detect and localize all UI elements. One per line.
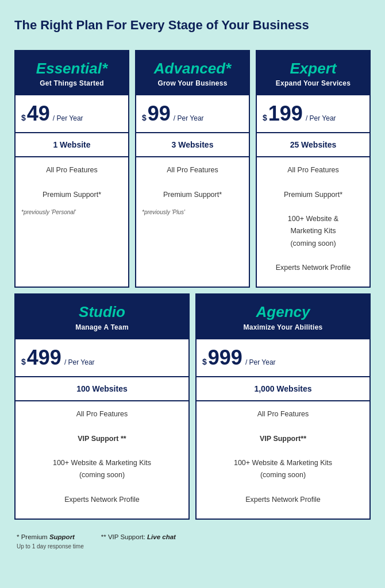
- feature-expert-5: 100+ Website &Marketing Kits(coming soon…: [263, 213, 364, 250]
- feature-studio-7: Experts Network Profile: [21, 494, 183, 506]
- price-amount-expert: 199: [268, 103, 303, 124]
- plan-features-essential: All Pro Features Premium Support*: [16, 157, 128, 207]
- plan-features-expert: All Pro Features Premium Support* 100+ W…: [257, 157, 369, 280]
- plan-subtitle-advanced: Grow Your Business: [142, 79, 243, 87]
- price-dollar-advanced: $: [142, 114, 147, 122]
- plan-websites-advanced: 3 Websites: [136, 133, 249, 157]
- plan-card-expert: Expert Expand Your Services $ 199 / Per …: [256, 50, 371, 288]
- feature-studio-5: 100+ Website & Marketing Kits(coming soo…: [21, 457, 183, 482]
- bottom-plans-grid: Studio Manage A Team $ 499 / Per Year 10…: [14, 293, 371, 520]
- plan-note-studio: [16, 512, 188, 519]
- feature-agency-6: [202, 482, 364, 494]
- plan-note-advanced: *previously 'Plus': [136, 207, 249, 220]
- feature-studio-1: All Pro Features: [21, 408, 183, 420]
- plan-websites-agency: 1,000 Websites: [197, 377, 369, 401]
- feature-studio-6: [21, 482, 183, 494]
- plan-name-essential: Essential*: [21, 60, 122, 77]
- feature-essential-3: Premium Support*: [21, 189, 122, 201]
- feature-expert-3: Premium Support*: [263, 189, 364, 201]
- plan-name-advanced: Advanced*: [142, 60, 243, 77]
- plan-websites-studio: 100 Websites: [16, 377, 188, 401]
- plan-note-expert: [257, 280, 369, 287]
- plan-price-essential: $ 49 / Per Year: [16, 95, 128, 133]
- plan-header-advanced: Advanced* Grow Your Business: [136, 51, 249, 96]
- plan-subtitle-agency: Maximize Your Abilities: [202, 323, 364, 331]
- plan-note-agency: [197, 512, 369, 519]
- feature-expert-4: [263, 201, 364, 213]
- plan-header-essential: Essential* Get Things Started: [16, 51, 128, 96]
- feature-agency-1: All Pro Features: [202, 408, 364, 420]
- footnote-vip-italic: Live chat: [147, 533, 176, 540]
- plan-subtitle-studio: Manage A Team: [21, 323, 183, 331]
- footnote-vip: ** VIP Support: Live chat: [101, 532, 176, 551]
- plan-features-advanced: All Pro Features Premium Support*: [136, 157, 249, 207]
- plan-header-studio: Studio Manage A Team: [16, 295, 188, 339]
- plan-price-advanced: $ 99 / Per Year: [136, 95, 249, 133]
- footnote-vip-label: ** VIP Support:: [101, 533, 147, 540]
- feature-advanced-3: Premium Support*: [142, 189, 243, 201]
- plan-header-agency: Agency Maximize Your Abilities: [197, 295, 369, 339]
- plan-card-studio: Studio Manage A Team $ 499 / Per Year 10…: [14, 293, 190, 520]
- feature-expert-7: Experts Network Profile: [263, 262, 364, 274]
- feature-agency-3: VIP Support**: [202, 433, 364, 445]
- feature-studio-3: VIP Support **: [21, 433, 183, 445]
- top-plans-grid: Essential* Get Things Started $ 49 / Per…: [14, 50, 371, 288]
- feature-expert-6: [263, 250, 364, 262]
- price-dollar-studio: $: [21, 358, 26, 366]
- plan-name-agency: Agency: [202, 304, 364, 320]
- feature-agency-4: [202, 445, 364, 457]
- plan-name-studio: Studio: [21, 304, 183, 320]
- plan-subtitle-expert: Expand Your Services: [263, 79, 364, 87]
- price-period-studio: / Per Year: [64, 358, 95, 366]
- page-title: The Right Plan For Every Stage of Your B…: [14, 17, 371, 34]
- plan-websites-expert: 25 Websites: [257, 133, 369, 157]
- footnote-section: * Premium Support Up to 1 day response t…: [14, 529, 371, 551]
- feature-agency-2: [202, 420, 364, 432]
- price-period-expert: / Per Year: [306, 114, 336, 122]
- plan-note-essential: *previously 'Personal': [16, 207, 128, 220]
- price-period-essential: / Per Year: [53, 114, 83, 122]
- feature-expert-1: All Pro Features: [263, 164, 364, 176]
- feature-advanced-1: All Pro Features: [142, 164, 243, 176]
- feature-expert-2: [263, 176, 364, 188]
- price-amount-agency: 999: [208, 347, 242, 368]
- plan-subtitle-essential: Get Things Started: [21, 79, 122, 87]
- feature-advanced-2: [142, 176, 243, 188]
- feature-essential-1: All Pro Features: [21, 164, 122, 176]
- feature-studio-4: [21, 445, 183, 457]
- plan-features-studio: All Pro Features VIP Support ** 100+ Web…: [16, 401, 188, 512]
- price-dollar-expert: $: [263, 114, 267, 122]
- plan-card-advanced: Advanced* Grow Your Business $ 99 / Per …: [135, 50, 250, 288]
- feature-agency-7: Experts Network Profile: [202, 494, 364, 506]
- price-amount-advanced: 99: [148, 103, 171, 124]
- footnote-premium-label: * Premium: [17, 533, 49, 540]
- price-period-agency: / Per Year: [245, 358, 276, 366]
- plan-websites-essential: 1 Website: [16, 133, 128, 157]
- plan-price-studio: $ 499 / Per Year: [16, 339, 188, 377]
- plan-card-essential: Essential* Get Things Started $ 49 / Per…: [14, 50, 129, 288]
- footnote-premium-italic: Support: [49, 533, 75, 540]
- plan-header-expert: Expert Expand Your Services: [257, 51, 369, 96]
- feature-studio-2: [21, 420, 183, 432]
- price-amount-essential: 49: [27, 103, 50, 124]
- plan-price-expert: $ 199 / Per Year: [257, 95, 369, 133]
- plan-features-agency: All Pro Features VIP Support** 100+ Webs…: [197, 401, 369, 512]
- feature-essential-2: [21, 176, 122, 188]
- footnote-premium-sub: Up to 1 day response time: [17, 542, 84, 551]
- plan-name-expert: Expert: [263, 60, 364, 77]
- footnote-premium: * Premium Support Up to 1 day response t…: [17, 532, 84, 551]
- price-amount-studio: 499: [27, 347, 61, 368]
- price-dollar-essential: $: [21, 114, 26, 122]
- price-period-advanced: / Per Year: [174, 114, 204, 122]
- price-dollar-agency: $: [202, 358, 207, 366]
- plan-price-agency: $ 999 / Per Year: [197, 339, 369, 377]
- plan-card-agency: Agency Maximize Your Abilities $ 999 / P…: [195, 293, 371, 520]
- feature-agency-5: 100+ Website & Marketing Kits(coming soo…: [202, 457, 364, 482]
